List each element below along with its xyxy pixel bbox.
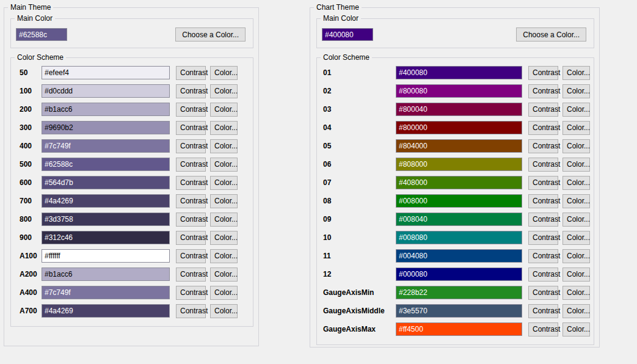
- main-color-swatch[interactable]: #400080: [322, 28, 373, 41]
- color-button[interactable]: Color...: [210, 286, 238, 300]
- contrast-button[interactable]: Contrast: [176, 268, 206, 282]
- color-button[interactable]: Color...: [562, 66, 590, 80]
- color-swatch[interactable]: #3d3758: [42, 213, 170, 226]
- contrast-button[interactable]: Contrast: [176, 103, 206, 117]
- color-button[interactable]: Color...: [210, 66, 238, 80]
- color-swatch[interactable]: #800000: [396, 121, 522, 134]
- color-button[interactable]: Color...: [562, 322, 590, 337]
- color-button[interactable]: Color...: [210, 103, 238, 117]
- color-swatch[interactable]: #62588c: [42, 158, 170, 171]
- color-swatch[interactable]: #7c749f: [42, 286, 170, 299]
- color-swatch[interactable]: #000080: [396, 268, 522, 281]
- contrast-button[interactable]: Contrast: [528, 322, 558, 337]
- color-swatch[interactable]: #b1acc6: [42, 103, 170, 116]
- main-color-swatch[interactable]: #62588c: [16, 28, 67, 41]
- color-swatch[interactable]: #ffffff: [42, 249, 170, 263]
- hex-value: #800040: [399, 105, 428, 114]
- color-swatch[interactable]: #008080: [396, 231, 522, 244]
- color-swatch[interactable]: #b1acc6: [42, 268, 170, 281]
- contrast-button[interactable]: Contrast: [528, 84, 558, 98]
- contrast-button[interactable]: Contrast: [528, 66, 558, 80]
- color-swatch[interactable]: #800040: [396, 103, 522, 116]
- color-button[interactable]: Color...: [562, 176, 590, 190]
- hex-value: #808000: [399, 160, 428, 169]
- contrast-button[interactable]: Contrast: [176, 176, 206, 190]
- contrast-button[interactable]: Contrast: [176, 194, 206, 208]
- contrast-button[interactable]: Contrast: [528, 103, 558, 117]
- color-swatch[interactable]: #400080: [396, 66, 522, 79]
- contrast-button[interactable]: Contrast: [528, 121, 558, 135]
- contrast-button[interactable]: Contrast: [528, 286, 558, 300]
- contrast-button[interactable]: Contrast: [176, 139, 206, 153]
- color-button[interactable]: Color...: [562, 231, 590, 245]
- color-button[interactable]: Color...: [562, 304, 590, 318]
- color-swatch[interactable]: #312c46: [42, 231, 170, 244]
- color-swatch[interactable]: #008000: [396, 194, 522, 208]
- color-button[interactable]: Color...: [562, 268, 590, 282]
- color-swatch[interactable]: #008040: [396, 213, 522, 226]
- contrast-button[interactable]: Contrast: [176, 121, 206, 135]
- color-button[interactable]: Color...: [210, 139, 238, 153]
- contrast-button[interactable]: Contrast: [528, 231, 558, 245]
- color-button[interactable]: Color...: [562, 158, 590, 172]
- color-swatch[interactable]: #004080: [396, 249, 522, 263]
- color-button[interactable]: Color...: [210, 194, 238, 208]
- color-button[interactable]: Color...: [562, 194, 590, 208]
- choose-color-button[interactable]: Choose a Color...: [516, 27, 586, 42]
- contrast-button[interactable]: Contrast: [528, 139, 558, 153]
- contrast-button[interactable]: Contrast: [528, 249, 558, 263]
- scheme-key-label: 50: [20, 68, 42, 77]
- color-swatch[interactable]: #efeef4: [42, 66, 170, 79]
- color-swatch[interactable]: #ff4500: [396, 322, 522, 336]
- color-swatch[interactable]: #9690b2: [42, 121, 170, 134]
- color-swatch[interactable]: #228b22: [396, 286, 522, 299]
- contrast-button[interactable]: Contrast: [528, 158, 558, 172]
- color-swatch[interactable]: #800080: [396, 84, 522, 98]
- contrast-button[interactable]: Contrast: [528, 194, 558, 208]
- contrast-button[interactable]: Contrast: [176, 66, 206, 80]
- contrast-button[interactable]: Contrast: [176, 213, 206, 227]
- color-button[interactable]: Color...: [562, 286, 590, 300]
- scheme-key-label: 05: [323, 142, 396, 150]
- contrast-button[interactable]: Contrast: [176, 158, 206, 172]
- color-swatch[interactable]: #804000: [396, 139, 522, 153]
- contrast-button[interactable]: Contrast: [176, 304, 206, 318]
- contrast-button[interactable]: Contrast: [528, 213, 558, 227]
- color-swatch[interactable]: #4a4269: [42, 304, 170, 318]
- color-swatch[interactable]: #808000: [396, 158, 522, 171]
- color-swatch[interactable]: #4a4269: [42, 194, 170, 208]
- color-swatch[interactable]: #d0cddd: [42, 84, 170, 98]
- contrast-button[interactable]: Contrast: [176, 249, 206, 263]
- color-button[interactable]: Color...: [562, 249, 590, 263]
- color-button[interactable]: Color...: [210, 304, 238, 318]
- color-button[interactable]: Color...: [210, 268, 238, 282]
- color-button[interactable]: Color...: [210, 84, 238, 98]
- color-scheme-row: 200#b1acc6ContrastColor...: [20, 103, 249, 116]
- color-button[interactable]: Color...: [210, 249, 238, 263]
- color-scheme-row: 100#d0cdddContrastColor...: [20, 84, 249, 98]
- contrast-button[interactable]: Contrast: [528, 268, 558, 282]
- color-button[interactable]: Color...: [562, 213, 590, 227]
- color-button[interactable]: Color...: [210, 213, 238, 227]
- color-swatch[interactable]: #564d7b: [42, 176, 170, 189]
- contrast-button[interactable]: Contrast: [176, 286, 206, 300]
- color-swatch[interactable]: #7c749f: [42, 139, 170, 153]
- color-button[interactable]: Color...: [210, 158, 238, 172]
- color-button[interactable]: Color...: [562, 139, 590, 153]
- color-button[interactable]: Color...: [210, 121, 238, 135]
- color-swatch[interactable]: #408000: [396, 176, 522, 189]
- contrast-button[interactable]: Contrast: [176, 84, 206, 98]
- color-button[interactable]: Color...: [562, 103, 590, 117]
- contrast-button[interactable]: Contrast: [176, 231, 206, 245]
- color-button[interactable]: Color...: [562, 121, 590, 135]
- color-button[interactable]: Color...: [210, 176, 238, 190]
- color-button[interactable]: Color...: [210, 231, 238, 245]
- contrast-button[interactable]: Contrast: [528, 304, 558, 318]
- choose-color-button[interactable]: Choose a Color...: [175, 27, 246, 42]
- color-button[interactable]: Color...: [562, 84, 590, 98]
- color-scheme-row: 500#62588cContrastColor...: [20, 158, 249, 171]
- color-scheme-row: A400#7c749fContrastColor...: [20, 286, 249, 299]
- contrast-button[interactable]: Contrast: [528, 176, 558, 190]
- color-swatch[interactable]: #3e5570: [396, 304, 522, 318]
- scheme-key-label: 400: [20, 142, 42, 150]
